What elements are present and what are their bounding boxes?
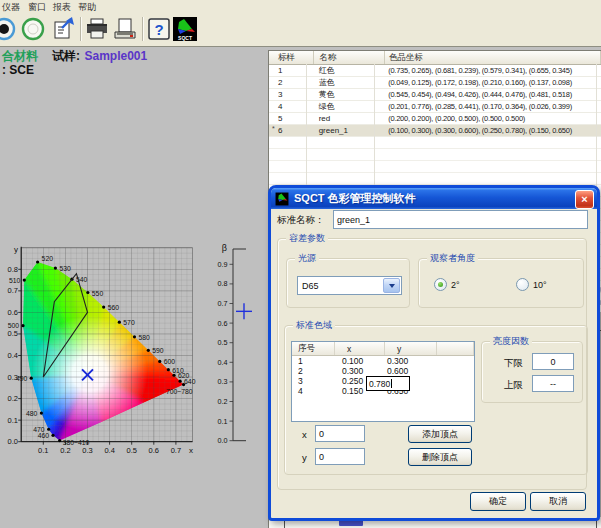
- standards-table-header: 标样 名称 色品坐标: [269, 51, 601, 65]
- report-icon[interactable]: [50, 16, 76, 42]
- standard-measure-icon[interactable]: [0, 16, 17, 42]
- svg-text:0.3: 0.3: [218, 377, 228, 386]
- vertex-index: 1: [292, 356, 334, 366]
- radio-selected-icon: [434, 278, 447, 291]
- empty-table-row: [269, 149, 601, 161]
- text-caret: [391, 379, 392, 388]
- svg-text:530: 530: [59, 265, 71, 272]
- cell-coordinates: (0.735, 0.265), (0.681, 0.239), (0.579, …: [384, 66, 601, 75]
- table-row[interactable]: 2蓝色(0.049, 0.125), (0.172, 0.198), (0.21…: [269, 77, 601, 89]
- lower-limit-input[interactable]: 0: [532, 353, 574, 370]
- app-window: { "menu": { "items": ["仪器", "窗口", "报表", …: [0, 0, 601, 528]
- vertex-row[interactable]: 10.1000.300: [292, 356, 474, 366]
- dialog-title: SQCT 色彩管理控制软件: [294, 191, 416, 206]
- y-coordinate-input[interactable]: 0: [315, 448, 365, 465]
- svg-text:0.4: 0.4: [8, 351, 18, 360]
- svg-text:0.2: 0.2: [60, 446, 70, 455]
- ok-button[interactable]: 确定: [470, 492, 526, 511]
- svg-text:0.8: 0.8: [218, 279, 228, 288]
- light-source-select[interactable]: D65: [297, 276, 402, 295]
- empty-table-row: [269, 173, 601, 185]
- lower-limit-label: 下限: [504, 357, 523, 370]
- sample-name: Sample001: [84, 49, 147, 63]
- svg-text:380~410: 380~410: [63, 439, 90, 446]
- svg-text:0.1: 0.1: [8, 416, 18, 425]
- svg-text:0.1: 0.1: [218, 417, 228, 426]
- table-row[interactable]: 1红色(0.735, 0.265), (0.681, 0.239), (0.57…: [269, 65, 601, 77]
- menu-item-report[interactable]: 报表: [53, 1, 71, 14]
- add-vertex-button[interactable]: 添加顶点: [408, 425, 472, 443]
- table-row[interactable]: *6green_1(0.100, 0.300), (0.300, 0.600),…: [269, 125, 601, 137]
- standard-name-input[interactable]: green_1: [333, 210, 588, 229]
- vertex-col-x[interactable]: x: [335, 342, 385, 355]
- vertex-table-header: 序号 x y: [292, 342, 474, 356]
- observer-10deg-radio[interactable]: 10°: [516, 278, 547, 291]
- menu-item-window[interactable]: 窗口: [28, 1, 46, 14]
- sample-label: 试样:: [52, 49, 80, 63]
- table-row[interactable]: 3黄色(0.545, 0.454), (0.494, 0.426), (0.44…: [269, 89, 601, 101]
- sample-measure-icon[interactable]: [20, 16, 46, 42]
- svg-text:?: ?: [154, 21, 163, 38]
- upper-limit-input[interactable]: --: [532, 375, 574, 392]
- svg-text:600: 600: [164, 358, 176, 365]
- delete-vertex-button[interactable]: 删除顶点: [408, 448, 472, 466]
- svg-text:y: y: [14, 245, 18, 254]
- chromaticity-diagram: 0.10.20.30.40.50.60.7x0.00.10.20.30.40.5…: [0, 240, 260, 490]
- print-icon[interactable]: [84, 16, 110, 42]
- svg-text:480: 480: [26, 410, 38, 417]
- svg-text:460: 460: [38, 432, 50, 439]
- toolbar: ? SQCT: [0, 14, 601, 47]
- table-row[interactable]: 5red(0.200, 0.200), (0.200, 0.500), (0.5…: [269, 113, 601, 125]
- observer-angle-group-title: 观察者角度: [427, 253, 478, 264]
- svg-text:0.5: 0.5: [126, 446, 136, 455]
- column-header-coordinates[interactable]: 色品坐标: [385, 51, 601, 64]
- vertex-row[interactable]: 20.3000.600: [292, 366, 474, 376]
- y-coordinate-label: y: [302, 452, 307, 463]
- x-coordinate-input[interactable]: 0: [315, 425, 365, 442]
- observer-10deg-label: 10°: [533, 280, 547, 290]
- svg-text:700~780: 700~780: [166, 388, 193, 395]
- help-icon[interactable]: ?: [146, 16, 172, 42]
- print-preview-icon[interactable]: [112, 16, 138, 42]
- dialog-titlebar[interactable]: SQCT 色彩管理控制软件 ×: [271, 188, 597, 209]
- table-row[interactable]: 4绿色(0.201, 0.776), (0.285, 0.441), (0.17…: [269, 101, 601, 113]
- column-header-name[interactable]: 名称: [314, 51, 385, 64]
- light-source-group: 光源 D65: [286, 258, 410, 308]
- cancel-button[interactable]: 取消: [530, 492, 586, 511]
- menu-bar: 仪器 窗口 报表 帮助: [0, 0, 601, 15]
- svg-text:0.0: 0.0: [218, 436, 228, 445]
- vertex-col-y[interactable]: y: [385, 342, 437, 355]
- svg-text:0.2: 0.2: [8, 394, 18, 403]
- menu-item-instrument[interactable]: 仪器: [2, 1, 20, 14]
- vertex-index: 3: [292, 376, 334, 386]
- svg-text:520: 520: [42, 255, 54, 262]
- close-icon[interactable]: ×: [575, 190, 594, 209]
- cell-coordinates: (0.049, 0.125), (0.172, 0.198), (0.210, …: [384, 78, 601, 87]
- luminance-factor-group: 亮度因数 下限 0 上限 --: [481, 341, 583, 403]
- column-header-standard[interactable]: 标样: [269, 51, 314, 64]
- light-source-group-title: 光源: [295, 253, 319, 264]
- upper-limit-label: 上限: [504, 379, 523, 392]
- svg-text:0.3: 0.3: [82, 446, 92, 455]
- sqct-logo-icon[interactable]: SQCT: [172, 16, 198, 42]
- menu-item-help[interactable]: 帮助: [78, 1, 96, 14]
- vertex-y-edit-input[interactable]: 0.780: [366, 376, 410, 391]
- cell-coordinates: (0.100, 0.300), (0.300, 0.600), (0.250, …: [384, 126, 601, 135]
- svg-text:580: 580: [138, 334, 150, 341]
- standard-name-label: 标准名称：: [277, 214, 325, 227]
- beta-marker: [236, 303, 252, 319]
- vertex-col-index[interactable]: 序号: [292, 342, 335, 355]
- svg-text:0.9: 0.9: [218, 260, 228, 269]
- chevron-down-icon[interactable]: [383, 278, 400, 293]
- sqct-logo-icon: [275, 192, 289, 206]
- radio-unselected-icon: [516, 278, 529, 291]
- material-label: 合材料: [2, 49, 38, 63]
- mode-label: : SCE: [2, 63, 147, 77]
- empty-table-row: [269, 161, 601, 173]
- svg-text:590: 590: [152, 347, 164, 354]
- cell-coordinates: (0.201, 0.776), (0.285, 0.441), (0.170, …: [384, 102, 601, 111]
- svg-text:550: 550: [92, 290, 104, 297]
- vertex-table[interactable]: 序号 x y 10.1000.30020.3000.60030.25040.15…: [291, 341, 475, 422]
- cell-coordinates: (0.545, 0.454), (0.494, 0.426), (0.444, …: [384, 90, 601, 99]
- observer-2deg-radio[interactable]: 2°: [434, 278, 460, 291]
